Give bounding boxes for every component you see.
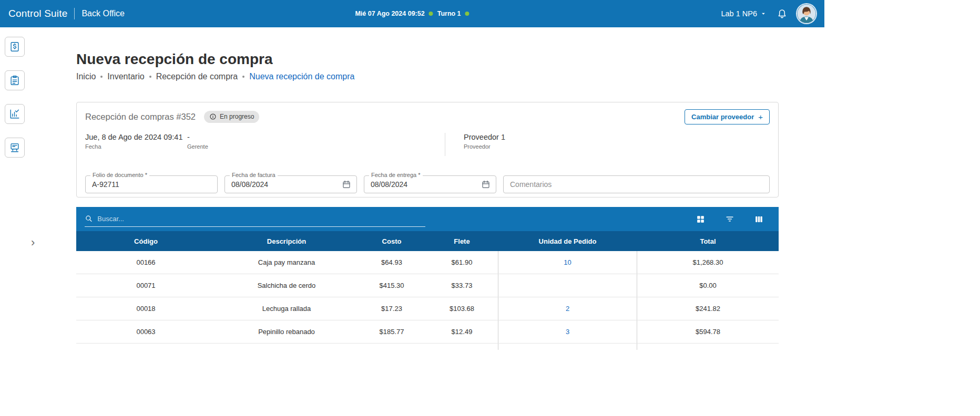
breadcrumb-current[interactable]: Nueva recepción de compra [249, 72, 354, 81]
fecha-entrega-calendar-button[interactable] [480, 180, 492, 189]
fecha-factura-calendar-button[interactable] [341, 180, 352, 189]
table-header-row: Código Descripción Costo Flete Unidad de… [76, 231, 779, 251]
fecha-factura-field: Fecha de factura [224, 175, 357, 193]
gerente-value: - [187, 133, 445, 141]
info-gerente: - Gerente [187, 133, 445, 150]
breadcrumb: Inicio Inventario Recepción de compra Nu… [76, 72, 779, 81]
main-content: Nueva recepción de compra Inicio Inventa… [29, 27, 824, 350]
cell-codigo: 00018 [76, 297, 216, 320]
cell-codigo: 00063 [76, 320, 216, 343]
table-row: 00166 Caja pay manzana $64.93 $61.90 10 … [76, 251, 779, 274]
chevron-down-icon [760, 10, 767, 17]
brand-divider [74, 8, 75, 19]
invoice-icon [9, 41, 21, 53]
reception-info-row: Jue, 8 de Ago de 2024 09:41 Fecha - Gere… [85, 133, 770, 156]
reception-title: Recepción de compras #352 [85, 112, 196, 122]
folio-input[interactable] [92, 180, 213, 189]
cell-descripcion: Pepinillo rebanado [216, 320, 358, 343]
app-brand: Control Suite [8, 8, 67, 19]
cell-codigo: 00166 [76, 251, 216, 274]
fecha-value: Jue, 8 de Ago de 2024 09:41 [85, 133, 187, 141]
grid-view-button[interactable] [696, 214, 706, 224]
search-icon [85, 214, 93, 223]
cell-flete: $33.73 [426, 274, 498, 297]
column-header-unidad: Unidad de Pedido [498, 231, 637, 251]
sidebar-item-reports[interactable] [5, 104, 25, 124]
column-header-descripcion: Descripción [216, 231, 358, 251]
columns-button[interactable] [754, 214, 764, 224]
comentarios-input[interactable] [510, 180, 765, 189]
table-row: 00063 Pepinillo rebanado $185.77 $12.49 … [76, 320, 779, 344]
calendar-icon [342, 180, 351, 189]
fecha-entrega-label: Fecha de entrega * [369, 172, 423, 178]
breadcrumb-inicio[interactable]: Inicio [76, 72, 96, 81]
cash-register-icon [9, 142, 21, 153]
column-header-costo: Costo [358, 231, 426, 251]
sidebar-item-purchase-orders[interactable] [5, 70, 25, 90]
calendar-icon [481, 180, 491, 189]
change-supplier-label: Cambiar proveedor [691, 113, 754, 121]
online-status-dot [429, 12, 433, 16]
proveedor-label: Proveedor [464, 143, 505, 150]
datetime-text: Mié 07 Ago 2024 09:52 [355, 10, 424, 17]
column-header-total: Total [637, 231, 779, 251]
cell-costo: $415.30 [358, 274, 426, 297]
breadcrumb-separator [100, 76, 103, 78]
app-window: Control Suite Back Office Mié 07 Ago 202… [0, 0, 824, 350]
reception-card-header: Recepción de compras #352 En progreso Ca… [85, 109, 770, 124]
reception-card: Recepción de compras #352 En progreso Ca… [76, 102, 779, 197]
shift-label: Turno 1 [437, 10, 461, 17]
column-header-codigo: Código [76, 231, 216, 251]
cell-unidad-editable[interactable]: 3 [498, 320, 637, 343]
cell-descripcion: Salchicha de cerdo [216, 274, 358, 297]
filter-button[interactable] [724, 214, 735, 224]
comentarios-field [503, 175, 770, 193]
folio-field-label: Folio de documento * [90, 172, 149, 178]
purchase-order-icon [9, 75, 21, 86]
page-title: Nueva recepción de compra [76, 50, 779, 68]
info-divider [445, 133, 445, 156]
cell-flete: $12.49 [426, 320, 498, 343]
reception-fields-row: Folio de documento * Fecha de factura [85, 175, 770, 193]
sidebar-expand-chevron[interactable]: › [31, 237, 35, 248]
status-icon [209, 113, 217, 120]
topbar: Control Suite Back Office Mié 07 Ago 202… [0, 0, 824, 27]
breadcrumb-separator [149, 76, 151, 78]
cell-unidad-editable[interactable] [498, 274, 637, 297]
fecha-factura-input[interactable] [231, 180, 341, 189]
plus-icon: + [758, 113, 763, 120]
sidebar-item-invoices[interactable] [5, 37, 25, 57]
status-label: En progreso [220, 113, 254, 120]
search-field [85, 211, 425, 227]
brand-group: Control Suite Back Office [8, 8, 125, 19]
cell-total: $0.00 [637, 274, 779, 297]
sales-report-icon [9, 108, 21, 120]
table-row: 00018 Lechuga rallada $17.23 $103.68 2 $… [76, 297, 779, 320]
cell-descripcion: Caja pay manzana [216, 251, 358, 274]
cell-unidad-editable[interactable]: 2 [498, 297, 637, 320]
module-title: Back Office [81, 9, 125, 18]
cell-descripcion: Lechuga rallada [216, 297, 358, 320]
location-selector[interactable]: Lab 1 NP6 [721, 9, 767, 18]
cell-total: $241.82 [637, 297, 779, 320]
search-input[interactable] [97, 215, 425, 223]
user-avatar[interactable] [797, 4, 816, 23]
change-supplier-button[interactable]: Cambiar proveedor + [685, 109, 770, 124]
notifications-button[interactable] [777, 8, 788, 19]
cell-costo: $17.23 [358, 297, 426, 320]
proveedor-value: Proveedor 1 [464, 133, 505, 141]
topbar-right-group: Lab 1 NP6 [721, 4, 816, 23]
cell-unidad-editable[interactable] [498, 344, 637, 350]
items-table: Código Descripción Costo Flete Unidad de… [76, 207, 779, 350]
clock-group: Mié 07 Ago 2024 09:52 Turno 1 [355, 10, 469, 17]
sidebar-item-register[interactable] [5, 138, 25, 158]
cell-total: $1,268.30 [637, 251, 779, 274]
columns-icon [754, 214, 764, 224]
folio-field: Folio de documento * [85, 175, 218, 193]
fecha-label: Fecha [85, 143, 187, 150]
bell-icon [777, 8, 788, 19]
cell-unidad-editable[interactable]: 10 [498, 251, 637, 274]
breadcrumb-recepcion[interactable]: Recepción de compra [156, 72, 238, 81]
breadcrumb-inventario[interactable]: Inventario [107, 72, 144, 81]
fecha-entrega-input[interactable] [371, 180, 480, 189]
